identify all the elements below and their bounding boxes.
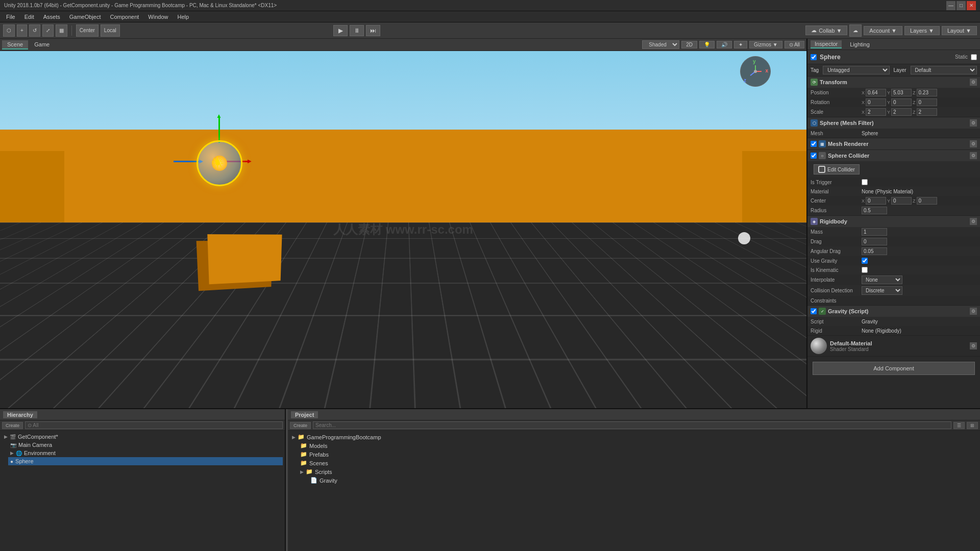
rect-tool[interactable]: ▦ — [56, 24, 67, 37]
menu-file[interactable]: File — [2, 13, 19, 21]
mesh-filter-header[interactable]: ⬡ Sphere (Mesh Filter) ⚙ — [807, 117, 980, 129]
mesh-renderer-header[interactable]: ▦ Mesh Renderer ⚙ — [807, 138, 980, 149]
project-file-gravity[interactable]: 📄 Gravity — [290, 476, 978, 485]
project-filter-btn[interactable]: ☰ — [953, 422, 965, 429]
account-button[interactable]: Account ▼ — [864, 26, 902, 35]
project-folder-scenes[interactable]: 📁 Scenes — [290, 459, 978, 467]
scale-tool[interactable]: ⤢ — [42, 24, 54, 37]
scale-z-input[interactable] — [917, 108, 937, 116]
layer-dropdown[interactable]: Default — [911, 66, 977, 74]
pos-x-input[interactable] — [866, 89, 886, 96]
mesh-renderer-enable[interactable] — [811, 141, 817, 147]
hierarchy-search-input[interactable] — [25, 421, 283, 429]
scale-y-input[interactable] — [891, 108, 912, 116]
gravity-script-header[interactable]: ✓ Gravity (Script) ⚙ — [807, 306, 980, 317]
hierarchy-item-sphere[interactable]: ● Sphere — [8, 457, 283, 465]
transform-header[interactable]: ⟳ Transform ⚙ — [807, 77, 980, 88]
project-folder-scripts[interactable]: ▶ 📁 Scripts — [290, 467, 978, 476]
maximize-button[interactable]: □ — [957, 1, 966, 10]
scale-x-input[interactable] — [866, 108, 886, 116]
hierarchy-item-environment[interactable]: ▶ 🌐 Environment — [8, 449, 283, 457]
collision-detection-dropdown[interactable]: Discrete — [862, 286, 902, 295]
project-view-btn[interactable]: ⊞ — [967, 422, 978, 429]
tab-hierarchy[interactable]: Hierarchy — [3, 411, 37, 418]
tab-inspector[interactable]: Inspector — [811, 40, 842, 48]
tab-lighting[interactable]: Lighting — [846, 41, 874, 48]
menu-assets[interactable]: Assets — [39, 13, 64, 21]
scene-gizmo[interactable]: x y z — [740, 56, 771, 87]
is-trigger-checkbox[interactable] — [862, 179, 868, 185]
material-settings-btn[interactable]: ⚙ — [970, 342, 977, 349]
translate-tool[interactable]: + — [17, 24, 27, 37]
project-folder-prefabs[interactable]: 📁 Prefabs — [290, 450, 978, 459]
hierarchy-item-scene[interactable]: ▶ 🎬 GetComponent* — [2, 433, 283, 441]
pos-y-input[interactable] — [891, 89, 912, 96]
mass-input[interactable] — [862, 228, 887, 236]
rot-y-input[interactable] — [891, 98, 912, 106]
mesh-renderer-settings-btn[interactable]: ⚙ — [970, 140, 977, 147]
space-mode-button[interactable]: Local — [101, 24, 120, 37]
rot-x-input[interactable] — [866, 98, 886, 106]
gizmos-button[interactable]: Gizmos ▼ — [749, 41, 782, 48]
static-checkbox[interactable] — [971, 54, 977, 60]
step-button[interactable]: ⏭ — [366, 25, 380, 36]
interpolate-dropdown[interactable]: None — [862, 276, 902, 284]
sphere-object[interactable]: ☀ — [197, 140, 242, 186]
pivot-mode-button[interactable]: Center — [76, 24, 99, 37]
project-folder-models[interactable]: 📁 Models — [290, 441, 978, 450]
shading-dropdown[interactable]: Shaded — [642, 40, 679, 49]
center-y-input[interactable] — [891, 197, 912, 205]
mesh-filter-settings-btn[interactable]: ⚙ — [970, 119, 977, 127]
effects-button[interactable]: ✦ — [734, 41, 747, 48]
play-button[interactable]: ▶ — [333, 25, 348, 36]
gravity-script-enable[interactable] — [811, 308, 817, 314]
menu-window[interactable]: Window — [144, 13, 172, 21]
use-gravity-checkbox[interactable] — [862, 258, 868, 264]
add-component-button[interactable]: Add Component — [813, 362, 975, 375]
rigidbody-settings-btn[interactable]: ⚙ — [970, 218, 977, 225]
project-folder-root[interactable]: ▶ 📁 GameProgrammingBootcamp — [290, 433, 978, 441]
sphere-collider-enable[interactable] — [811, 153, 817, 159]
collab-button[interactable]: ☁ Collab ▼ — [805, 26, 847, 35]
close-button[interactable]: ✕ — [967, 1, 976, 10]
menu-gameobject[interactable]: GameObject — [65, 13, 105, 21]
transform-settings-btn[interactable]: ⚙ — [970, 79, 977, 86]
center-z-input[interactable] — [917, 197, 937, 205]
tab-project[interactable]: Project — [291, 411, 318, 418]
angular-drag-input[interactable] — [862, 247, 887, 255]
cloud-button[interactable]: ☁ — [849, 24, 862, 37]
rot-z-input[interactable] — [917, 98, 937, 106]
layout-button[interactable]: Layout ▼ — [942, 26, 977, 35]
scene-canvas[interactable]: ☀ x y z — [0, 51, 806, 408]
project-search-input[interactable] — [313, 421, 951, 429]
tab-scene[interactable]: Scene — [2, 40, 28, 49]
layers-button[interactable]: Layers ▼ — [904, 26, 940, 35]
gravity-script-settings-btn[interactable]: ⚙ — [970, 308, 977, 315]
tab-game[interactable]: Game — [29, 40, 55, 49]
is-kinematic-checkbox[interactable] — [862, 267, 868, 273]
menu-component[interactable]: Component — [106, 13, 143, 21]
pause-button[interactable]: ⏸ — [350, 25, 364, 36]
drag-input[interactable] — [862, 238, 887, 245]
lighting-button[interactable]: 💡 — [699, 41, 715, 48]
ramp-object[interactable] — [207, 234, 282, 284]
sphere-collider-header[interactable]: ○ Sphere Collider ⚙ — [807, 150, 980, 161]
sphere-collider-settings-btn[interactable]: ⚙ — [970, 152, 977, 159]
minimize-button[interactable]: — — [946, 1, 955, 10]
edit-collider-button[interactable]: Edit Collider — [814, 164, 860, 174]
menu-edit[interactable]: Edit — [20, 13, 38, 21]
hierarchy-item-main-camera[interactable]: 📷 Main Camera — [8, 441, 283, 449]
pos-z-input[interactable] — [917, 89, 937, 96]
rigidbody-header[interactable]: ◈ Rigidbody ⚙ — [807, 216, 980, 227]
all-button[interactable]: ⊙ All — [785, 41, 804, 48]
rotate-tool[interactable]: ↺ — [29, 24, 40, 37]
menu-help[interactable]: Help — [173, 13, 193, 21]
audio-button[interactable]: 🔊 — [717, 41, 732, 48]
object-active-checkbox[interactable] — [811, 54, 817, 60]
hand-tool[interactable]: ⬡ — [3, 24, 15, 37]
2d-button[interactable]: 2D — [681, 41, 697, 48]
center-x-input[interactable] — [866, 197, 886, 205]
radius-input[interactable] — [862, 207, 887, 214]
project-create-btn[interactable]: Create — [290, 422, 311, 429]
hierarchy-create-btn[interactable]: Create — [2, 422, 23, 429]
